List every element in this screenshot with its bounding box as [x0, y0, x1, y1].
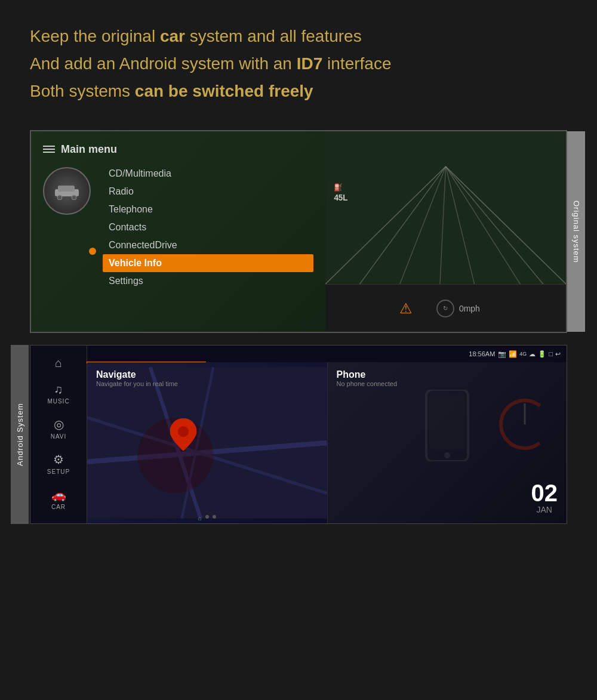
header-line1-text2: system and all features — [185, 27, 362, 45]
idrive-left-panel: Main menu CD/Multimedia Radio Telephone … — [31, 131, 325, 332]
svg-point-21 — [178, 426, 189, 437]
menu-item-multimedia[interactable]: CD/Multimedia — [103, 165, 313, 183]
idrive-menu-items: CD/Multimedia Radio Telephone Contacts C… — [103, 165, 313, 290]
bottom-dots: ⌂ — [198, 515, 216, 519]
menu-icon — [43, 146, 55, 154]
idrive-right-panel: 🖥 — [325, 131, 566, 332]
sidebar-item-apps[interactable]: ⊞ APPS — [30, 518, 87, 524]
android-screen: ⌂ ♫ MUSIC ◎ NAVI ⚙ SETUP 🚗 CAR ⊞ APPS — [30, 345, 567, 524]
map-pin — [170, 418, 196, 454]
android-main: 18:56AM 📷 📶 4G ☁ 🔋 □ ↩ Navigat — [87, 346, 567, 523]
android-content-area: Navigate Navigate for you in real time — [87, 362, 567, 523]
wifi-icon: ☁ — [529, 350, 536, 358]
android-sidebar: ⌂ ♫ MUSIC ◎ NAVI ⚙ SETUP 🚗 CAR ⊞ APPS — [30, 346, 87, 523]
date-month: JAN — [531, 505, 558, 514]
android-system-container: Android System ⌂ ♫ MUSIC ◎ NAVI ⚙ SETUP … — [30, 345, 567, 524]
header-line3-text1: Both systems — [30, 82, 135, 100]
svg-rect-1 — [58, 186, 75, 192]
svg-text:⛽: ⛽ — [334, 183, 343, 192]
camera-status-icon: 📷 — [498, 350, 506, 358]
battery-icon: 🔋 — [538, 350, 546, 358]
header-line1-text1: Keep the original — [30, 27, 160, 45]
phone-bg-decoration — [417, 390, 477, 464]
header-line2-bold: ID7 — [297, 54, 323, 73]
header-line2-text1: And add an Android system with an — [30, 54, 297, 73]
menu-item-connecteddrive[interactable]: ConnectedDrive — [103, 236, 313, 254]
navi-label: NAVI — [51, 433, 67, 440]
original-system-container: Main menu CD/Multimedia Radio Telephone … — [30, 130, 567, 333]
menu-item-radio[interactable]: Radio — [103, 183, 313, 201]
music-icon: ♫ — [54, 383, 63, 396]
menu-item-settings[interactable]: Settings — [103, 272, 313, 290]
header-line2-text2: interface — [322, 54, 391, 73]
navigate-panel[interactable]: Navigate Navigate for you in real time — [87, 362, 327, 523]
warning-icon: ⚠ — [399, 300, 413, 317]
idrive-car-icon — [43, 167, 91, 215]
header-line3-bold: can be switched freely — [135, 82, 313, 100]
navigate-header: Navigate Navigate for you in real time — [87, 362, 327, 390]
4g-icon: 4G — [519, 351, 527, 357]
svg-text:45L: 45L — [334, 193, 347, 202]
statusbar-time: 18:56AM — [469, 350, 495, 357]
menu-item-vehicleinfo[interactable]: Vehicle Info — [103, 254, 313, 272]
sidebar-item-home[interactable]: ⌂ — [30, 351, 87, 375]
android-system-label: Android System — [11, 345, 29, 524]
menu-item-telephone[interactable]: Telephone — [103, 201, 313, 218]
android-statusbar: 18:56AM 📷 📶 4G ☁ 🔋 □ ↩ — [87, 346, 567, 362]
car-svg — [52, 182, 82, 200]
svg-point-24 — [444, 452, 450, 458]
gauge-svg — [495, 394, 555, 454]
sidebar-item-music[interactable]: ♫ MUSIC — [30, 378, 87, 409]
setup-label: SETUP — [47, 468, 70, 475]
speedometer-area: ↻ 0mph — [424, 300, 492, 317]
svg-rect-23 — [429, 396, 465, 449]
dot-1 — [205, 515, 209, 519]
header-section: Keep the original car system and all fea… — [0, 0, 597, 124]
home-icon: ⌂ — [55, 356, 62, 370]
idrive-menu-header: Main menu — [43, 143, 313, 156]
idrive-menu-title: Main menu — [61, 143, 117, 156]
sidebar-item-setup[interactable]: ⚙ SETUP — [30, 448, 87, 480]
phone-bg-svg — [417, 390, 477, 461]
date-day: 02 — [531, 481, 558, 505]
svg-rect-4 — [325, 131, 566, 284]
menu-item-contacts[interactable]: Contacts — [103, 218, 313, 236]
road-container: ⛽ 45L — [325, 131, 566, 284]
music-label: MUSIC — [47, 398, 69, 405]
road-svg: ⛽ 45L — [325, 131, 566, 284]
statusbar-icons: 📷 📶 4G ☁ 🔋 □ ↩ — [498, 350, 561, 358]
connector-dot — [89, 248, 96, 255]
apps-icon: ⊞ — [54, 523, 64, 524]
phone-header: Phone No phone connected — [328, 362, 567, 390]
navi-icon: ◎ — [54, 417, 64, 431]
header-line-2: And add an Android system with an ID7 in… — [30, 51, 567, 76]
back-icon: ↩ — [555, 350, 561, 358]
setup-icon: ⚙ — [53, 452, 64, 467]
idrive-bottom-status: ⚠ ↻ 0mph — [325, 284, 566, 332]
header-line1-bold: car — [160, 27, 185, 45]
gauge-decoration — [495, 394, 555, 457]
navigate-title: Navigate — [96, 369, 318, 380]
phone-panel[interactable]: Phone No phone connected — [327, 362, 567, 523]
svg-point-3 — [72, 195, 76, 200]
car-icon: 🚗 — [51, 488, 66, 502]
phone-title: Phone — [337, 369, 558, 380]
screen-icon: □ — [549, 350, 553, 357]
signal-icon: 📶 — [509, 350, 517, 358]
idrive-road-view: 🖥 — [325, 131, 566, 284]
map-pin-svg — [170, 418, 196, 451]
header-line-1: Keep the original car system and all fea… — [30, 24, 567, 49]
speed-display: 0mph — [459, 304, 480, 313]
idrive-screen: Main menu CD/Multimedia Radio Telephone … — [31, 131, 566, 332]
phone-subtitle: No phone connected — [337, 380, 558, 387]
sidebar-item-car[interactable]: 🚗 CAR — [30, 483, 87, 515]
original-system-label: Original system — [567, 131, 585, 332]
gauge-circle: ↻ — [436, 300, 454, 317]
header-line-3: Both systems can be switched freely — [30, 79, 567, 104]
car-label: CAR — [51, 504, 66, 510]
sidebar-item-navi[interactable]: ◎ NAVI — [30, 412, 87, 445]
home-dot: ⌂ — [198, 515, 202, 519]
dot-2 — [213, 515, 216, 519]
date-display: 02 JAN — [531, 481, 558, 514]
navigate-subtitle: Navigate for you in real time — [96, 380, 318, 387]
